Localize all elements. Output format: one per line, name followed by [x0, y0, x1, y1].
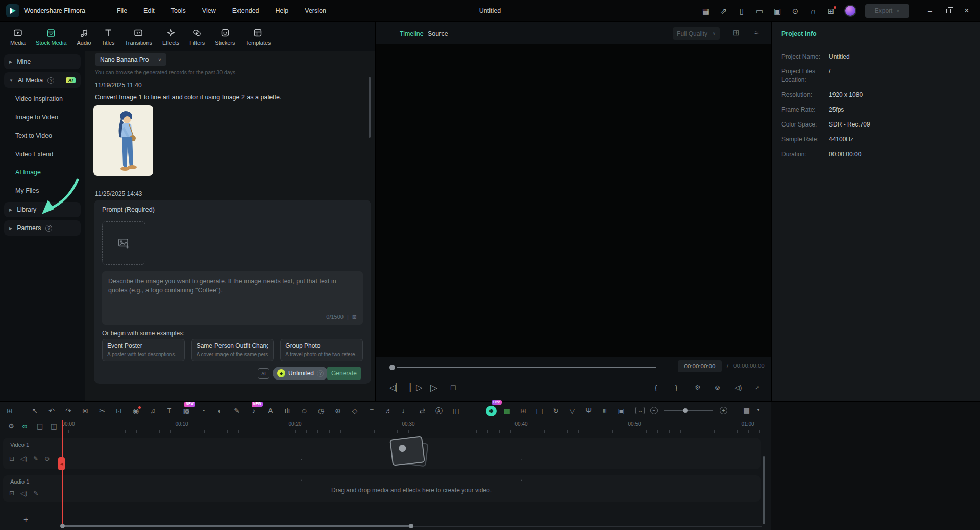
- audio-ducking-icon[interactable]: ◫: [451, 407, 460, 414]
- menu-item[interactable]: Help: [276, 7, 289, 14]
- sidebar-item-partners[interactable]: ▶ Partners ?: [4, 220, 81, 236]
- ai-audio-icon[interactable]: ♪ NEW: [249, 407, 258, 414]
- previous-frame-button[interactable]: ◁▏: [389, 383, 402, 393]
- credits-pill[interactable]: ◆ Unlimited ?: [273, 367, 328, 380]
- example-card[interactable]: Group Photo A travel photo of the two re…: [280, 339, 363, 361]
- scene-detection-icon[interactable]: ▤: [535, 407, 544, 414]
- quick-split-icon[interactable]: ◫: [51, 422, 57, 430]
- sidebar-item-video-extend[interactable]: Video Extend: [15, 147, 53, 161]
- close-button[interactable]: ×: [958, 0, 976, 21]
- chevron-down-icon[interactable]: ▼: [756, 408, 761, 412]
- tab-templates[interactable]: Templates: [240, 28, 276, 46]
- beat-detection-icon[interactable]: ♫: [148, 407, 157, 414]
- tab-stickers[interactable]: Stickers: [210, 28, 240, 46]
- speech-to-text-icon[interactable]: ⇄: [418, 407, 427, 414]
- scroll-handle-start[interactable]: [60, 524, 65, 528]
- example-card[interactable]: Same-Person Outfit Change A cover image …: [191, 339, 274, 361]
- sidebar-item-ai-image[interactable]: AI Image: [15, 165, 41, 180]
- screen-recorder-icon[interactable]: ▣: [617, 407, 626, 414]
- playhead-handle[interactable]: [389, 365, 395, 370]
- zoom-slider[interactable]: [664, 410, 713, 411]
- stop-button[interactable]: □: [451, 383, 456, 393]
- example-card[interactable]: Event Poster A poster with text descript…: [102, 339, 185, 361]
- prompt-textarea[interactable]: Describe the image you want to generate.…: [102, 271, 363, 325]
- video-viewer[interactable]: [376, 44, 771, 357]
- text-preset-icon[interactable]: ✎: [232, 407, 241, 414]
- fit-timeline-icon[interactable]: ↔: [635, 407, 645, 414]
- vertical-scrollbar[interactable]: [763, 456, 765, 524]
- redo-icon[interactable]: ↷: [64, 407, 73, 414]
- text-to-speech-icon[interactable]: ♩: [401, 407, 410, 414]
- record-icon[interactable]: ◉: [131, 407, 140, 414]
- tab-media[interactable]: Media: [5, 28, 31, 46]
- minimize-button[interactable]: –: [921, 0, 939, 21]
- audio-mixer-icon[interactable]: ≡: [600, 407, 609, 414]
- duration-icon[interactable]: ◷: [316, 407, 326, 414]
- generate-button[interactable]: Generate: [327, 367, 361, 380]
- track-options-icon[interactable]: ⊡: [9, 490, 14, 497]
- help-icon[interactable]: ?: [45, 225, 52, 232]
- auto-ripple-icon[interactable]: ∞: [22, 422, 27, 430]
- snapshot-camera-icon[interactable]: ⊚: [715, 383, 720, 393]
- undo-icon[interactable]: ↶: [47, 407, 56, 414]
- media-dropzone[interactable]: [301, 459, 522, 481]
- toolbar-layout-icon[interactable]: ⊞: [5, 407, 14, 414]
- sidebar-item-text-to-video[interactable]: Text to Video: [15, 129, 52, 143]
- menu-item[interactable]: Edit: [143, 7, 155, 14]
- track-lock-icon[interactable]: ✎: [33, 455, 38, 462]
- ai-prompt-helper-icon[interactable]: AI: [258, 368, 270, 379]
- seek-bar[interactable]: [397, 367, 656, 368]
- render-preview-icon[interactable]: ↻: [551, 407, 560, 414]
- smart-short-clips-icon[interactable]: ▦: [502, 407, 511, 414]
- track-visibility-icon[interactable]: ⊙: [44, 455, 50, 462]
- ai-portrait-icon[interactable]: ☺: [300, 407, 309, 414]
- save-project-icon[interactable]: ▣: [773, 7, 782, 15]
- voice-changer-icon[interactable]: ılı: [283, 407, 292, 414]
- playback-quality-select[interactable]: Full Quality ∨: [673, 27, 720, 40]
- export-button[interactable]: Export ∨: [865, 4, 909, 18]
- sidebar-item-library[interactable]: ▶ Library: [4, 202, 81, 217]
- current-timecode[interactable]: 00:00:00:00: [678, 360, 722, 372]
- adjustment-icon[interactable]: ≡: [367, 407, 376, 414]
- audio-visualizer-icon[interactable]: ♬: [384, 407, 393, 414]
- tab-titles[interactable]: Titles: [96, 28, 120, 46]
- split-scissors-icon[interactable]: ✂: [97, 407, 107, 414]
- speed-icon[interactable]: ◔: [199, 407, 208, 414]
- play-button[interactable]: ▷: [430, 383, 437, 393]
- sidebar-item-mine[interactable]: ▶ Mine: [4, 54, 81, 69]
- tab-filters[interactable]: Filters: [184, 28, 210, 46]
- video-scopes-icon[interactable]: ≈: [754, 28, 758, 37]
- ai-copilot-icon[interactable]: ☻ Free: [486, 406, 495, 416]
- gift-icon[interactable]: ▦: [701, 7, 710, 15]
- ai-color-palette-icon[interactable]: ◐: [215, 407, 225, 414]
- timeline-ruler[interactable]: 00:00 00:10 00:20 00:30 00:40 00:50 01:0…: [62, 420, 763, 434]
- timeline-playhead[interactable]: [62, 420, 63, 526]
- zoom-slider-knob[interactable]: [683, 408, 688, 413]
- safe-area-icon[interactable]: ▽: [568, 407, 577, 414]
- track-lock-icon[interactable]: ✎: [33, 490, 38, 497]
- track-mute-icon[interactable]: ◁): [20, 455, 27, 462]
- help-icon[interactable]: ?: [317, 370, 324, 377]
- tab-stock-media[interactable]: Stock Media: [31, 28, 72, 46]
- add-track-button[interactable]: +: [23, 515, 28, 524]
- scroll-handle-end[interactable]: [409, 524, 413, 528]
- help-icon[interactable]: ?: [47, 77, 54, 84]
- select-tool-icon[interactable]: ↖: [30, 407, 39, 414]
- next-frame-button[interactable]: ▏▷: [410, 383, 423, 393]
- auto-caption-icon[interactable]: Ⓐ: [434, 407, 444, 414]
- restore-button[interactable]: [939, 0, 958, 21]
- playback-settings-icon[interactable]: ⚙: [695, 383, 701, 393]
- apps-grid-icon[interactable]: ⊞: [826, 7, 836, 15]
- sidebar-item-video-inspiration[interactable]: Video Inspiration: [15, 92, 63, 106]
- model-select[interactable]: Nano Banana Pro ∨: [95, 53, 166, 66]
- zoom-in-button[interactable]: +: [720, 407, 727, 414]
- send-feedback-icon[interactable]: ⇗: [719, 7, 728, 15]
- menu-item[interactable]: Tools: [171, 7, 186, 14]
- tab-audio[interactable]: Audio: [72, 28, 96, 46]
- support-headset-icon[interactable]: ∩: [808, 7, 818, 15]
- text-based-editing-icon[interactable]: ⊞: [519, 407, 528, 414]
- menu-item[interactable]: File: [117, 7, 127, 14]
- crop-icon[interactable]: ⊡: [114, 407, 124, 414]
- mark-in-icon[interactable]: {: [655, 383, 657, 393]
- text-tool-icon[interactable]: T: [165, 407, 174, 414]
